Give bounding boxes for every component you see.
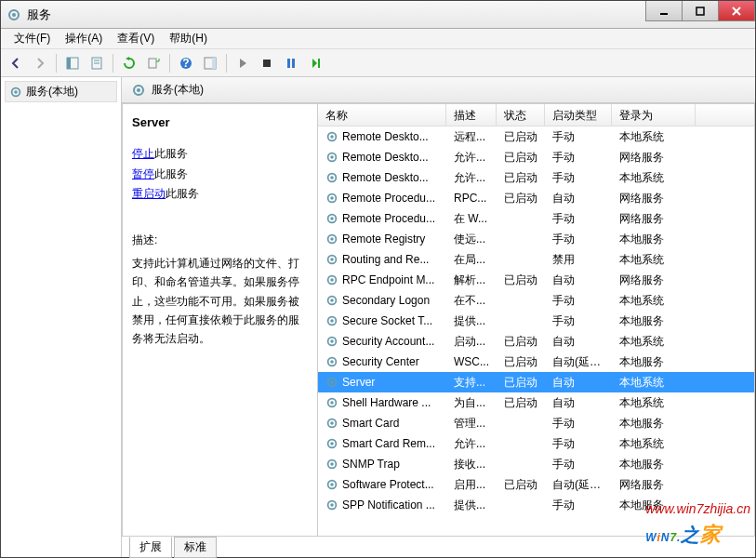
column-startup-type[interactable]: 启动类型 [545,104,612,126]
column-status[interactable]: 状态 [497,104,545,126]
cell-name: Routing and Re... [318,253,446,266]
pane-header-title: 服务(本地) [152,82,204,98]
cell-description: 在局... [446,252,497,268]
svg-point-51 [330,401,334,405]
cell-startup: 自动 [545,191,612,206]
cell-description: 在 W... [446,211,497,227]
cell-name: SPP Notification ... [318,498,446,512]
table-row[interactable]: Security CenterWSC...已启动自动(延迟...本地服务 [318,352,754,372]
main-body: 服务(本地) 服务(本地) Server 停止此服务 暂停此服务 重启动此服务 … [1,77,755,557]
start-service-button[interactable] [232,52,254,74]
tab-extended[interactable]: 扩展 [129,537,172,558]
cell-logon: 本地系统 [612,436,696,452]
svg-rect-15 [212,58,216,69]
svg-rect-11 [149,59,156,68]
column-description[interactable]: 描述 [446,104,497,126]
gear-icon [325,458,338,471]
cell-description: 解析... [446,272,497,288]
cell-logon: 本地系统 [612,375,696,391]
table-row[interactable]: Smart Card管理...手动本地服务 [318,413,754,433]
table-row[interactable]: Remote Deskto...允许...已启动手动本地系统 [318,167,754,188]
stop-service-button[interactable] [256,52,278,74]
menu-help[interactable]: 帮助(H) [162,29,215,48]
restart-link[interactable]: 重启动 [132,187,166,200]
table-row[interactable]: Routing and Re...在局...禁用本地系统 [318,249,754,270]
table-row[interactable]: Remote Procedu...在 W...手动网络服务 [318,208,754,229]
tree-item-services-local[interactable]: 服务(本地) [5,81,117,102]
table-row[interactable]: RPC Endpoint M...解析...已启动自动网络服务 [318,270,754,290]
column-name[interactable]: 名称 [318,104,446,126]
cell-description: 允许... [446,150,497,166]
cell-startup: 手动 [545,129,612,145]
cell-status: 已启动 [497,129,545,145]
cell-startup: 自动 [545,375,612,391]
close-button[interactable] [718,1,755,21]
show-hide-tree-button[interactable] [61,52,84,74]
tab-standard[interactable]: 标准 [174,537,217,558]
table-row[interactable]: Secure Socket T...提供...手动本地服务 [318,311,754,331]
svg-rect-19 [318,59,320,68]
toolbar-separator [113,54,113,73]
cell-startup: 手动 [545,498,612,513]
cell-description: 使远... [446,232,497,247]
tree-pane: 服务(本地) [1,77,122,557]
cell-logon: 本地服务 [612,457,696,472]
restart-service-button[interactable] [304,52,326,74]
action-pane-button[interactable] [199,52,221,74]
help-button[interactable]: ? [175,52,197,74]
gear-icon [325,273,338,286]
cell-name: Security Account... [318,335,446,348]
svg-point-57 [330,462,334,466]
table-row[interactable]: SNMP Trap接收...手动本地服务 [318,454,754,474]
table-row[interactable]: Server支持...已启动自动本地系统 [318,372,754,392]
table-row[interactable]: Security Account...启动...已启动自动本地系统 [318,331,754,352]
pause-link[interactable]: 暂停 [132,167,154,180]
properties-button[interactable] [86,52,108,74]
table-row[interactable]: SPP Notification ...提供...手动本地服务 [318,495,754,515]
detail-title: Server [132,115,308,129]
list-rows[interactable]: Remote Deskto...远程...已启动手动本地系统Remote Des… [318,126,754,536]
cell-name: Remote Procedu... [318,212,446,225]
menu-action[interactable]: 操作(A) [58,29,110,48]
svg-point-61 [330,503,334,507]
svg-point-29 [330,176,334,179]
cell-status: 已启动 [497,150,545,166]
description-label: 描述: [132,232,308,248]
refresh-button[interactable] [118,52,140,74]
window-title: 服务 [27,7,646,23]
menu-view[interactable]: 查看(V) [110,29,162,48]
cell-name: Smart Card [318,417,446,430]
svg-point-33 [330,217,334,220]
table-row[interactable]: Shell Hardware ...为自...已启动自动本地系统 [318,392,754,413]
svg-point-27 [330,155,334,159]
table-row[interactable]: Software Protect...启用...已启动自动(延迟...网络服务 [318,474,754,495]
cell-name: Software Protect... [318,478,446,491]
cell-description: 提供... [446,313,497,329]
cell-logon: 网络服务 [612,191,696,206]
pause-service-button[interactable] [280,52,302,74]
cell-logon: 网络服务 [612,272,696,288]
table-row[interactable]: Remote Deskto...远程...已启动手动本地系统 [318,126,754,147]
svg-rect-3 [696,7,704,15]
svg-point-35 [330,237,334,241]
cell-startup: 手动 [545,457,612,472]
table-row[interactable]: Smart Card Rem...允许...手动本地系统 [318,433,754,454]
cell-description: 提供... [446,498,497,513]
cell-startup: 自动(延迟... [545,354,612,370]
cell-startup: 禁用 [545,252,612,268]
table-row[interactable]: Remote Registry使远...手动本地服务 [318,229,754,249]
export-button[interactable] [142,52,165,74]
menu-file[interactable]: 文件(F) [7,29,58,48]
cell-logon: 本地系统 [612,170,696,186]
back-button[interactable] [5,52,27,74]
forward-button[interactable] [29,52,51,74]
stop-link[interactable]: 停止 [132,147,154,160]
table-row[interactable]: Remote Deskto...允许...已启动手动网络服务 [318,147,754,167]
maximize-button[interactable] [682,1,719,21]
column-logon-as[interactable]: 登录为 [612,104,696,126]
minimize-button[interactable] [645,1,683,21]
table-row[interactable]: Secondary Logon在不...手动本地系统 [318,290,754,311]
table-row[interactable]: Remote Procedu...RPC...已启动自动网络服务 [318,188,754,208]
menubar: 文件(F) 操作(A) 查看(V) 帮助(H) [1,29,755,49]
cell-name: Smart Card Rem... [318,437,446,450]
